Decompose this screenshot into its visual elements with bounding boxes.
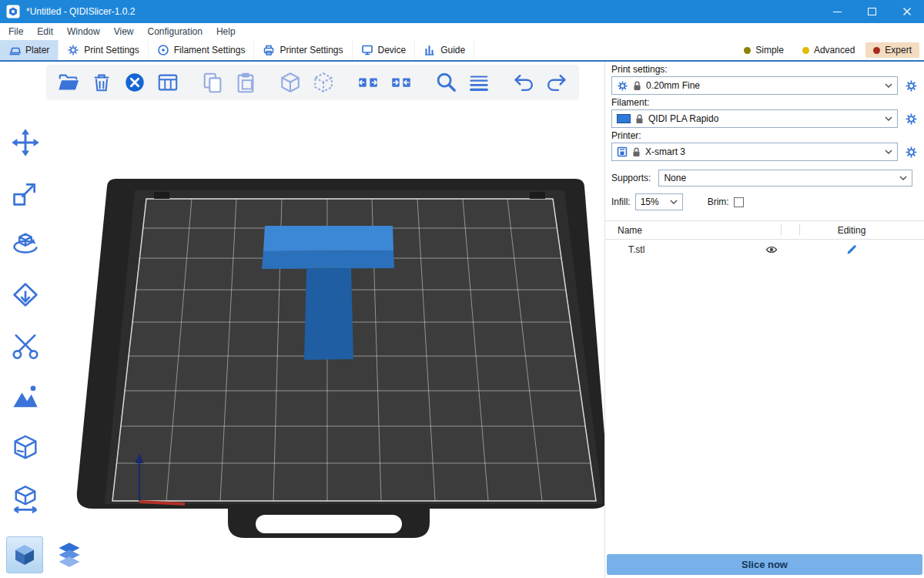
column-name-header[interactable]: Name — [618, 225, 642, 236]
arrange-icon — [156, 71, 179, 94]
printer-settings-icon — [263, 44, 275, 56]
chevron-down-icon — [899, 176, 907, 180]
place-on-face-button[interactable] — [5, 274, 46, 316]
view-toggle-bar — [6, 536, 88, 573]
tab-label: Device — [378, 45, 407, 55]
filament-value: QIDI PLA Rapido — [648, 113, 880, 124]
delete-button[interactable] — [87, 68, 116, 97]
infill-combo[interactable]: 15% — [635, 193, 683, 210]
arrange-button[interactable] — [153, 68, 182, 97]
cut-button[interactable] — [5, 325, 46, 367]
edit-object-button[interactable] — [845, 244, 858, 256]
sidebar: Print settings: 0.20mm Fine Filament: QI… — [604, 62, 924, 578]
view-3d-editor-button[interactable] — [6, 536, 43, 573]
toolbar-separator — [420, 82, 427, 83]
rotate-button[interactable] — [5, 223, 46, 265]
object-list-row[interactable]: T.stl — [605, 240, 924, 260]
bed-3d-scene[interactable] — [0, 62, 604, 578]
column-editing-header[interactable]: Editing — [805, 225, 898, 236]
paste-button[interactable] — [231, 68, 260, 97]
scale-button[interactable] — [5, 173, 46, 214]
remove-instance-button[interactable] — [309, 68, 338, 97]
print-settings-combo[interactable]: 0.20mm Fine — [611, 76, 898, 95]
seam-painting-button[interactable] — [5, 427, 46, 469]
supports-value: None — [664, 173, 895, 183]
filament-gear-button[interactable] — [902, 109, 920, 128]
split-objects-icon — [357, 71, 380, 94]
menu-item-edit[interactable]: Edit — [30, 23, 60, 40]
mode-advanced[interactable]: Advanced — [795, 42, 862, 58]
tab-label: Filament Settings — [174, 45, 246, 55]
paste-icon — [234, 71, 257, 94]
mode-label: Expert — [885, 45, 912, 55]
tabbar: Plater Print Settings Filament Settings … — [0, 40, 924, 62]
object-list-header: Name Editing — [605, 221, 924, 240]
supports-combo[interactable]: None — [658, 170, 912, 187]
close-button[interactable] — [889, 0, 924, 23]
variable-layer-height-button[interactable] — [464, 68, 494, 97]
delete-icon — [90, 71, 113, 94]
guide-icon — [424, 44, 436, 56]
filament-combo[interactable]: QIDI PLA Rapido — [611, 109, 898, 128]
maximize-button[interactable] — [855, 0, 889, 23]
split-objects-button[interactable] — [353, 68, 383, 97]
view-preview-button[interactable] — [51, 536, 88, 573]
simple-mode-dot-icon — [744, 47, 751, 54]
menu-item-window[interactable]: Window — [60, 23, 107, 40]
tab-label: Guide — [440, 45, 465, 55]
mode-simple[interactable]: Simple — [736, 42, 792, 58]
filament-settings-icon — [157, 44, 169, 56]
infill-value: 15% — [641, 197, 665, 207]
print-settings-label: Print settings: — [611, 64, 924, 75]
variable-layer-height-icon — [467, 71, 490, 94]
visibility-toggle[interactable] — [765, 244, 778, 256]
measure-button[interactable] — [5, 478, 46, 519]
toolbar-separator — [264, 82, 272, 83]
gear-icon — [905, 146, 918, 159]
tab-device[interactable]: Device — [353, 40, 416, 60]
printer-gear-button[interactable] — [902, 143, 920, 161]
split-parts-icon — [390, 71, 413, 94]
move-button[interactable] — [5, 122, 46, 163]
split-parts-button[interactable] — [387, 68, 416, 97]
tab-printer-settings[interactable]: Printer Settings — [254, 40, 352, 60]
bed-grip-slot — [256, 515, 402, 533]
print-settings-gear-button[interactable] — [902, 76, 920, 95]
tab-filament-settings[interactable]: Filament Settings — [149, 40, 255, 60]
add-instance-button[interactable] — [276, 68, 305, 97]
redo-button[interactable] — [542, 68, 571, 97]
object-list: Name Editing T.stl — [605, 220, 924, 260]
copy-button[interactable] — [198, 68, 227, 97]
tab-label: Printer Settings — [280, 45, 343, 55]
search-button[interactable] — [431, 68, 460, 97]
menu-item-help[interactable]: Help — [209, 23, 243, 40]
rotate-icon — [10, 229, 41, 260]
chevron-down-icon — [885, 116, 892, 121]
app-icon — [6, 5, 20, 18]
open-button[interactable] — [54, 68, 83, 97]
menu-item-file[interactable]: File — [2, 23, 30, 40]
minimize-button[interactable] — [820, 0, 855, 23]
menu-item-configuration[interactable]: Configuration — [141, 23, 209, 40]
layers-preview-icon — [55, 541, 83, 569]
lock-icon — [632, 147, 641, 157]
paint-supports-button[interactable] — [5, 376, 46, 418]
tab-guide[interactable]: Guide — [415, 40, 474, 60]
print-settings-icon — [67, 44, 79, 56]
tab-print-settings[interactable]: Print Settings — [59, 40, 148, 60]
close-icon — [902, 7, 912, 16]
delete-all-button[interactable] — [120, 68, 149, 97]
gizmo-toolbar — [5, 122, 46, 519]
brim-checkbox[interactable] — [734, 197, 744, 207]
copy-icon — [201, 71, 224, 94]
tab-label: Plater — [25, 45, 49, 55]
menu-item-view[interactable]: View — [107, 23, 141, 40]
place-on-face-icon — [10, 280, 41, 311]
eye-icon — [765, 244, 778, 256]
slice-now-button[interactable]: Slice now — [607, 554, 922, 575]
undo-button[interactable] — [509, 68, 538, 97]
tab-plater[interactable]: Plater — [0, 40, 59, 60]
mode-expert[interactable]: Expert — [865, 42, 919, 58]
seam-painting-icon — [10, 432, 41, 463]
printer-combo[interactable]: X-smart 3 — [611, 143, 898, 161]
